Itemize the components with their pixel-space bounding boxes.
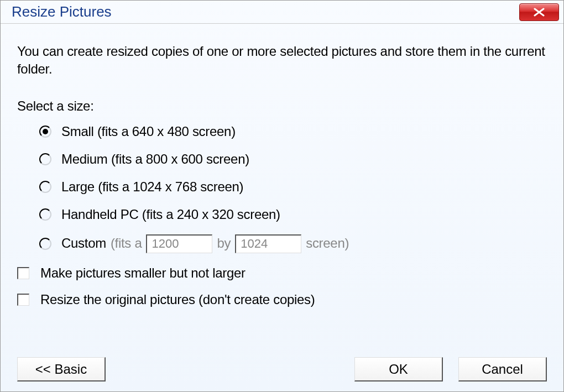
select-size-label: Select a size: <box>17 98 547 114</box>
size-option-small[interactable]: Small (fits a 640 x 480 screen) <box>39 124 547 139</box>
close-button[interactable] <box>519 3 559 21</box>
checkbox-smaller-only-label: Make pictures smaller but not larger <box>40 265 246 281</box>
radio-medium-label: Medium (fits a 800 x 600 screen) <box>61 151 249 167</box>
checkbox-resize-originals[interactable] <box>17 294 29 306</box>
custom-by-label: by <box>217 236 231 251</box>
size-option-handheld[interactable]: Handheld PC (fits a 240 x 320 screen) <box>39 207 547 222</box>
radio-custom[interactable] <box>39 238 51 250</box>
radio-handheld[interactable] <box>39 208 51 221</box>
checkbox-smaller-only[interactable] <box>17 267 29 279</box>
custom-height-input[interactable] <box>235 234 301 253</box>
size-option-large[interactable]: Large (fits a 1024 x 768 screen) <box>39 179 547 195</box>
size-option-custom[interactable]: Custom (fits a by screen) <box>39 234 547 253</box>
radio-small[interactable] <box>39 126 51 138</box>
description-text: You can create resized copies of one or … <box>17 43 547 79</box>
checkbox-resize-originals-row[interactable]: Resize the original pictures (don't crea… <box>17 292 547 307</box>
basic-button[interactable]: << Basic <box>17 357 106 381</box>
dialog-content: You can create resized copies of one or … <box>1 24 563 330</box>
radio-large-label: Large (fits a 1024 x 768 screen) <box>61 179 243 195</box>
cancel-button[interactable]: Cancel <box>458 357 547 381</box>
radio-medium[interactable] <box>39 153 51 165</box>
window-title: Resize Pictures <box>12 3 112 20</box>
size-options-group: Small (fits a 640 x 480 screen) Medium (… <box>17 124 547 253</box>
checkbox-smaller-only-row[interactable]: Make pictures smaller but not larger <box>17 265 547 281</box>
close-icon <box>532 8 546 17</box>
ok-button[interactable]: OK <box>354 357 443 381</box>
radio-handheld-label: Handheld PC (fits a 240 x 320 screen) <box>61 207 280 222</box>
size-option-medium[interactable]: Medium (fits a 800 x 600 screen) <box>39 151 547 167</box>
radio-custom-label: Custom <box>61 236 106 251</box>
custom-width-input[interactable] <box>146 234 212 253</box>
radio-small-label: Small (fits a 640 x 480 screen) <box>61 124 236 139</box>
custom-prefix: (fits a <box>111 236 142 251</box>
custom-suffix: screen) <box>306 236 349 251</box>
radio-large[interactable] <box>39 181 51 193</box>
titlebar: Resize Pictures <box>1 1 563 24</box>
resize-pictures-dialog: Resize Pictures You can create resized c… <box>0 0 564 392</box>
checkbox-resize-originals-label: Resize the original pictures (don't crea… <box>40 292 315 307</box>
dialog-button-row: << Basic OK Cancel <box>17 357 547 381</box>
